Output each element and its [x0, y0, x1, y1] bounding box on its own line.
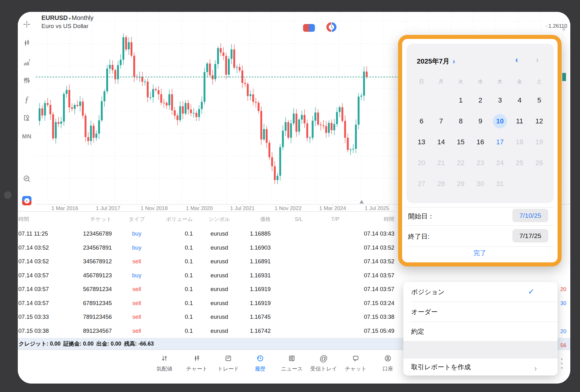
profit-value-fragment: 20: [560, 328, 566, 335]
end-date-value[interactable]: 7/17/25: [512, 229, 548, 242]
price-axis-top-label: 1.26110: [546, 23, 567, 29]
chart-subtitle: Euro vs US Dollar: [41, 23, 93, 30]
cell: 567891234: [72, 286, 112, 293]
history-row[interactable]: 07.15 03:33789123456sell0.1eurusd1.16745…: [18, 310, 395, 324]
menu-item-orders[interactable]: オーダー: [403, 302, 558, 322]
nav-item-chat[interactable]: チャット: [337, 353, 374, 372]
start-date-label: 開始日：: [408, 212, 434, 221]
column-header: 時間: [344, 216, 394, 223]
history-row[interactable]: 07.14 03:57567891234sell0.1eurusd1.16919…: [18, 282, 395, 296]
summary-item: 証拠金: 0.00: [63, 340, 93, 347]
trade-type: sell: [112, 286, 162, 293]
metatrader-add-icon[interactable]: +: [21, 196, 32, 206]
cell: 07.14 03:57: [344, 272, 394, 279]
calendar-day-20: 20: [414, 156, 429, 170]
candlestick-style-icon[interactable]: [21, 38, 32, 48]
calendar-prev-month-button[interactable]: ‹: [515, 55, 518, 64]
x-axis-label: 1 Jul 2025: [355, 205, 399, 212]
timeframe-icon[interactable]: MN: [21, 131, 32, 141]
cell: 0.1: [162, 313, 193, 320]
calendar-day-25: 25: [512, 156, 527, 170]
market-analyzer-icon[interactable]: [21, 174, 32, 184]
calendar-day-1[interactable]: 1: [454, 93, 468, 108]
calendar-day-7[interactable]: 7: [434, 114, 448, 128]
calendar-day-10[interactable]: 10: [493, 114, 507, 128]
tick-volumes-icon[interactable]: T: [21, 58, 32, 68]
history-filter-menu: ポジション ✓ オーダー 約定 取引レポートを作成 ›: [403, 282, 558, 375]
history-row[interactable]: 07.14 03:52234567891buy0.1eurusd1.169030…: [18, 241, 395, 255]
calendar-day-15[interactable]: 15: [454, 135, 468, 149]
history-row[interactable]: 07.14 03:52345678912sell0.1eurusd1.16891…: [18, 255, 395, 269]
history-row[interactable]: 07.14 03:57456789123buy0.1eurusd1.169310…: [18, 269, 395, 283]
history-table: 07.11 11:25123456789buy0.1eurusd1.168850…: [18, 227, 423, 338]
calendar-day-11[interactable]: 11: [512, 114, 527, 128]
current-price-tag-fragment: [562, 73, 566, 81]
chart-clock-badge-icon[interactable]: [326, 22, 337, 34]
crosshair-icon[interactable]: [21, 19, 32, 29]
chart-timeframe[interactable]: Monthly: [72, 14, 93, 21]
column-header: チケット: [72, 216, 112, 223]
column-header: ボリューム: [162, 216, 193, 223]
cell: 456789123: [72, 272, 112, 279]
chart-symbol[interactable]: EURUSD: [41, 14, 68, 21]
history-row[interactable]: 07.14 03:57678912345sell0.1eurusd1.16919…: [18, 296, 395, 310]
weekday-label: 土: [532, 79, 546, 85]
cell: 1.16931: [246, 272, 271, 279]
news-icon: [287, 353, 297, 364]
cell: 0.1: [162, 286, 193, 293]
calendar-month-title[interactable]: 2025年7月: [417, 57, 449, 66]
calendar-day-14[interactable]: 14: [434, 135, 448, 149]
history-row[interactable]: 07.11 11:25123456789buy0.1eurusd1.168850…: [18, 227, 395, 241]
cell: 1.16903: [246, 244, 271, 251]
column-header: シンボル: [193, 216, 246, 223]
start-date-value[interactable]: 7/10/25: [512, 209, 548, 222]
objects-icon[interactable]: [21, 113, 32, 123]
nav-item-inbox[interactable]: @受信トレイ: [305, 353, 342, 372]
summary-item: クレジット: 0.00: [19, 340, 60, 347]
calendar-expand-icon[interactable]: ›: [453, 58, 455, 65]
column-header: T/P: [327, 216, 344, 222]
cell: 07.15 03:38: [18, 327, 72, 334]
cell: 1.16919: [246, 286, 271, 293]
calendar-day-13[interactable]: 13: [414, 135, 429, 149]
calendar-day-12[interactable]: 12: [532, 114, 546, 128]
calendar-day-8[interactable]: 8: [454, 114, 468, 128]
calendar-day-2[interactable]: 2: [473, 93, 487, 108]
cell: 07.11 11:25: [18, 230, 72, 237]
calendar-day-3[interactable]: 3: [493, 93, 507, 108]
cell: 07.14 03:57: [344, 286, 394, 293]
chart-symbol-selector[interactable]: EURUSD▾Monthly Euro vs US Dollar: [41, 14, 93, 30]
calendar-day-4[interactable]: 4: [512, 93, 527, 108]
chevron-right-icon: ›: [534, 364, 537, 373]
calendar-day-16[interactable]: 16: [473, 135, 487, 149]
indicator-settings-icon[interactable]: [21, 75, 32, 85]
current-bar-marker-icon: [359, 200, 364, 203]
calendar-day-6[interactable]: 6: [414, 114, 429, 128]
trade-type: sell: [112, 327, 162, 334]
calendar-day-5[interactable]: 5: [532, 93, 546, 108]
calendar-next-month-button[interactable]: ›: [536, 55, 539, 64]
cell: 0.1: [162, 272, 193, 279]
cell: 0.1: [162, 244, 193, 251]
tablet-bezel: EURUSD▾Monthly Euro vs US Dollar 1.26110…: [0, 0, 580, 392]
weekday-label: 水: [473, 79, 487, 85]
x-axis-label: 1 Mar 2020: [178, 205, 221, 212]
cell: eurusd: [193, 300, 246, 307]
profit-value-fragment: 20: [560, 286, 566, 293]
trade-icon: [223, 353, 234, 364]
nav-item-account[interactable]: 口座: [369, 353, 406, 372]
chart-object-badge-icon[interactable]: [303, 24, 315, 32]
functions-icon[interactable]: ƒ: [21, 94, 32, 104]
menu-item-deals[interactable]: 約定: [403, 322, 558, 341]
calendar-day-17[interactable]: 17: [493, 135, 507, 149]
history-row[interactable]: 07.15 03:38891234567sell0.1eurusd1.16742…: [18, 324, 395, 338]
trade-type: sell: [112, 313, 162, 320]
nav-item-quotes[interactable]: 気配値: [146, 353, 183, 372]
column-header: タイプ: [112, 216, 162, 223]
calendar-day-9[interactable]: 9: [473, 114, 487, 128]
calendar-day-29: 29: [454, 177, 468, 191]
done-button[interactable]: 完了: [402, 249, 558, 257]
calendar-day-27: 27: [414, 177, 429, 191]
calendar-day-24: 24: [493, 156, 507, 170]
cell: 1.16919: [246, 300, 271, 307]
